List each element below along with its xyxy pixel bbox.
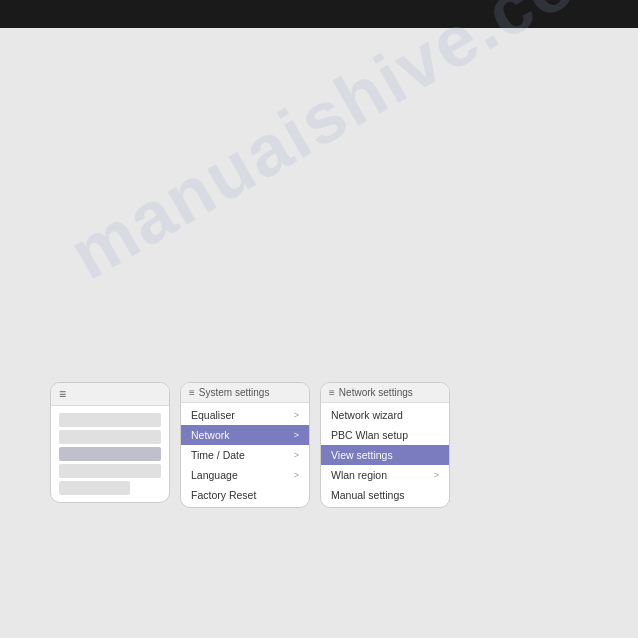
system-network-chevron: > bbox=[294, 430, 299, 440]
watermark: manuaishive.com bbox=[56, 0, 638, 295]
hamburger-icon: ≡ bbox=[59, 388, 66, 400]
system-language-chevron: > bbox=[294, 470, 299, 480]
network-wizard[interactable]: Network wizard bbox=[321, 405, 449, 425]
panel2-header: ≡ System settings bbox=[181, 383, 309, 403]
blank-row-1 bbox=[59, 413, 161, 427]
network-wlan-region-label: Wlan region bbox=[331, 469, 387, 481]
system-factory-reset[interactable]: Factory Reset bbox=[181, 485, 309, 505]
panel1-body bbox=[51, 406, 169, 502]
system-timedate-chevron: > bbox=[294, 450, 299, 460]
system-language-label: Language bbox=[191, 469, 238, 481]
panel-system-settings: ≡ System settings Equaliser > Network > … bbox=[180, 382, 310, 508]
panel-network-settings: ≡ Network settings Network wizard PBC Wl… bbox=[320, 382, 450, 508]
panel3-menu-icon: ≡ bbox=[329, 387, 335, 398]
system-equaliser-label: Equaliser bbox=[191, 409, 235, 421]
network-wlan-region-chevron: > bbox=[434, 470, 439, 480]
network-view-settings-label: View settings bbox=[331, 449, 393, 461]
panel3-title: Network settings bbox=[339, 387, 413, 398]
panel3-body: Network wizard PBC Wlan setup View setti… bbox=[321, 403, 449, 507]
panel2-menu-icon: ≡ bbox=[189, 387, 195, 398]
blank-row-3 bbox=[59, 447, 161, 461]
top-bar bbox=[0, 0, 638, 28]
panel-blank: ≡ bbox=[50, 382, 170, 503]
system-factory-reset-label: Factory Reset bbox=[191, 489, 256, 501]
blank-row-4 bbox=[59, 464, 161, 478]
blank-row-5 bbox=[59, 481, 130, 495]
system-equaliser[interactable]: Equaliser > bbox=[181, 405, 309, 425]
network-pbc-wlan-label: PBC Wlan setup bbox=[331, 429, 408, 441]
system-timedate-label: Time / Date bbox=[191, 449, 245, 461]
network-wlan-region[interactable]: Wlan region > bbox=[321, 465, 449, 485]
panel1-header: ≡ bbox=[51, 383, 169, 406]
panel2-title: System settings bbox=[199, 387, 270, 398]
blank-row-2 bbox=[59, 430, 161, 444]
system-language[interactable]: Language > bbox=[181, 465, 309, 485]
system-timedate[interactable]: Time / Date > bbox=[181, 445, 309, 465]
system-network-label: Network bbox=[191, 429, 230, 441]
network-manual-settings[interactable]: Manual settings bbox=[321, 485, 449, 505]
network-wizard-label: Network wizard bbox=[331, 409, 403, 421]
network-manual-settings-label: Manual settings bbox=[331, 489, 405, 501]
network-view-settings[interactable]: View settings bbox=[321, 445, 449, 465]
system-network[interactable]: Network > bbox=[181, 425, 309, 445]
network-pbc-wlan[interactable]: PBC Wlan setup bbox=[321, 425, 449, 445]
panel3-header: ≡ Network settings bbox=[321, 383, 449, 403]
panel2-body: Equaliser > Network > Time / Date > Lang… bbox=[181, 403, 309, 507]
panels-container: ≡ ≡ System settings Equaliser > Network … bbox=[50, 382, 450, 508]
system-equaliser-chevron: > bbox=[294, 410, 299, 420]
